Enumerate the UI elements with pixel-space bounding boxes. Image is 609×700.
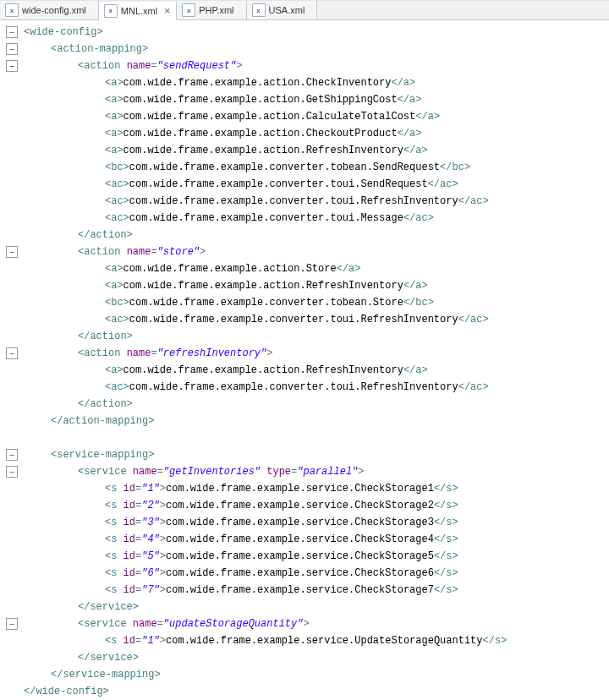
tab-php-xml[interactable]: xPHP.xml [177, 1, 246, 19]
fold-toggle-icon[interactable] [6, 43, 18, 55]
code-line: <ac>com.wide.frame.example.converter.tou… [3, 311, 609, 328]
code-line: </service> [3, 599, 609, 615]
xml-file-icon: x [252, 3, 266, 17]
code-line: <a>com.wide.frame.example.action.Store</… [3, 260, 609, 277]
code-line: <ac>com.wide.frame.example.converter.tou… [3, 379, 609, 396]
code-line: </action> [3, 396, 609, 413]
tab-label: PHP.xml [199, 5, 233, 15]
code-line: </action> [3, 328, 609, 345]
xml-file-icon: x [5, 3, 19, 17]
code-line: <action name="sendRequest"> [3, 57, 609, 74]
code-line: <ac>com.wide.frame.example.converter.tou… [3, 210, 609, 227]
code-line: </service> [3, 649, 609, 666]
code-line: <service name="updateStorageQuantity"> [3, 615, 609, 632]
code-line: <a>com.wide.frame.example.action.Checkou… [3, 125, 609, 142]
code-area: <wide-config><action-mapping><action nam… [0, 20, 609, 700]
code-line: <a>com.wide.frame.example.action.Refresh… [3, 277, 609, 294]
code-line: <a>com.wide.frame.example.action.Refresh… [3, 142, 609, 159]
code-line: <ac>com.wide.frame.example.converter.tou… [3, 176, 609, 193]
code-line: <s id="3">com.wide.frame.example.service… [3, 514, 609, 531]
code-line: </wide-config> [3, 683, 609, 700]
fold-toggle-icon[interactable] [6, 26, 18, 38]
code-line: <s id="2">com.wide.frame.example.service… [3, 497, 609, 514]
xml-file-icon: x [182, 3, 195, 17]
code-line: <a>com.wide.frame.example.action.GetShip… [3, 91, 609, 108]
fold-toggle-icon[interactable] [6, 246, 18, 258]
code-line: <bc>com.wide.frame.example.converter.tob… [3, 159, 609, 176]
code-line: <s id="1">com.wide.frame.example.service… [3, 480, 609, 497]
code-line: </action-mapping> [3, 413, 609, 429]
xml-file-icon: x [104, 4, 118, 18]
code-line: <action-mapping> [3, 41, 609, 57]
code-line: <wide-config> [3, 24, 609, 41]
fold-toggle-icon[interactable] [6, 347, 18, 359]
code-line: <s id="5">com.wide.frame.example.service… [3, 548, 609, 565]
code-line: <s id="6">com.wide.frame.example.service… [3, 565, 609, 582]
fold-toggle-icon[interactable] [6, 60, 18, 72]
code-line: <s id="7">com.wide.frame.example.service… [3, 582, 609, 599]
code-line: </action> [3, 227, 609, 243]
code-line: </service-mapping> [3, 666, 609, 683]
code-line: <service-mapping> [3, 446, 609, 463]
code-line: <a>com.wide.frame.example.action.Refresh… [3, 362, 609, 379]
code-line: <service name="getInventories" type="par… [3, 463, 609, 480]
code-line: <bc>com.wide.frame.example.converter.tob… [3, 294, 609, 311]
tab-bar: xwide-config.xmlxMNL.xml✕xPHP.xmlxUSA.xm… [0, 0, 609, 20]
code-line: <ac>com.wide.frame.example.converter.tou… [3, 193, 609, 210]
tab-wide-config-xml[interactable]: xwide-config.xml [0, 1, 99, 19]
code-line [3, 429, 609, 446]
tab-label: MNL.xml [121, 6, 157, 16]
code-line: <a>com.wide.frame.example.action.Calcula… [3, 108, 609, 125]
fold-toggle-icon[interactable] [6, 449, 18, 461]
code-line: <action name="store"> [3, 243, 609, 260]
code-line: <action name="refreshInventory"> [3, 345, 609, 362]
code-line: <s id="1">com.wide.frame.example.service… [3, 632, 609, 649]
tab-usa-xml[interactable]: xUSA.xml [247, 1, 318, 19]
close-icon[interactable]: ✕ [164, 7, 171, 15]
tab-label: USA.xml [269, 5, 305, 15]
fold-toggle-icon[interactable] [6, 466, 18, 478]
code-line: <a>com.wide.frame.example.action.CheckIn… [3, 74, 609, 91]
fold-toggle-icon[interactable] [6, 618, 18, 630]
tab-label: wide-config.xml [22, 5, 86, 15]
tab-mnl-xml[interactable]: xMNL.xml✕ [99, 2, 177, 20]
code-line: <s id="4">com.wide.frame.example.service… [3, 531, 609, 548]
